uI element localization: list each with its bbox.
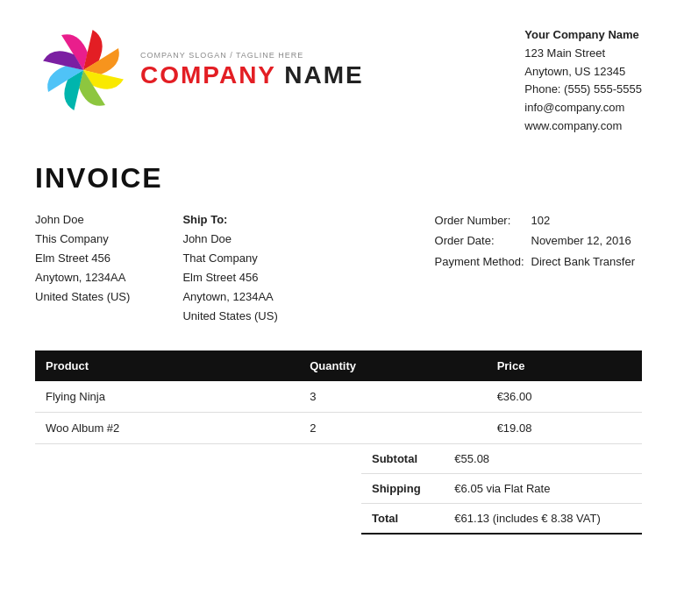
company-name-logo: COMPANY NAME: [140, 61, 364, 89]
order-number-value: 102: [531, 210, 643, 230]
bill-from-block: John Doe This Company Elm Street 456 Any…: [35, 210, 130, 327]
product-name: Woo Album #2: [35, 413, 299, 444]
product-quantity: 2: [299, 413, 486, 444]
product-name: Flying Ninja: [35, 381, 299, 413]
bill-from-street: Elm Street 456: [35, 249, 130, 268]
company-name-red: COMPANY: [140, 61, 276, 89]
invoice-title: INVOICE: [35, 162, 642, 195]
order-number-label: Order Number:: [435, 210, 531, 230]
product-price: €36.00: [487, 381, 642, 413]
shipping-label: Shipping: [361, 474, 444, 504]
totals-section: Subtotal €55.08 Shipping €6.05 via Flat …: [35, 444, 642, 535]
ship-to-label: Ship To:: [182, 210, 277, 230]
product-quantity: 3: [299, 381, 486, 413]
ship-to-company: That Company: [182, 249, 277, 268]
company-name: Your Company Name: [524, 26, 642, 45]
shipping-row: Shipping €6.05 via Flat Rate: [361, 474, 642, 504]
products-table: Product Quantity Price Flying Ninja 3 €3…: [35, 350, 642, 444]
product-price: €19.08: [487, 413, 642, 444]
company-slogan: COMPANY SLOGAN / TAGLINE HERE: [140, 51, 364, 60]
ship-to-city: Anytown, 1234AA: [182, 287, 277, 307]
col-header-product: Product: [35, 350, 299, 381]
order-date-value: November 12, 2016: [531, 230, 643, 251]
shipping-value: €6.05 via Flat Rate: [444, 474, 642, 504]
invoice-header: COMPANY SLOGAN / TAGLINE HERE COMPANY NA…: [35, 26, 642, 136]
subtotal-label: Subtotal: [361, 444, 444, 474]
company-street: 123 Main Street: [524, 45, 642, 63]
billing-left: John Doe This Company Elm Street 456 Any…: [35, 210, 278, 327]
ship-to-name: John Doe: [182, 230, 277, 249]
col-header-price: Price: [487, 350, 642, 381]
col-header-quantity: Quantity: [299, 350, 486, 381]
total-value: €61.13 (includes € 8.38 VAT): [444, 504, 642, 535]
payment-method-value: Direct Bank Transfer: [531, 251, 643, 272]
payment-method-label: Payment Method:: [435, 251, 531, 272]
company-name-black: NAME: [276, 61, 364, 89]
total-label: Total: [361, 504, 444, 535]
table-row: Flying Ninja 3 €36.00: [35, 381, 642, 413]
bill-from-city: Anytown, 1234AA: [35, 268, 130, 287]
subtotal-value: €55.08: [444, 444, 642, 474]
company-logo: [35, 26, 132, 114]
ship-to-country: United States (US): [182, 307, 277, 326]
company-website: www.company.com: [524, 117, 642, 136]
table-row: Woo Album #2 2 €19.08: [35, 413, 642, 444]
billing-section: John Doe This Company Elm Street 456 Any…: [35, 210, 642, 327]
order-info-block: Order Number: 102 Order Date: November 1…: [435, 210, 642, 327]
company-phone: Phone: (555) 555-5555: [524, 81, 642, 99]
logo-text: COMPANY SLOGAN / TAGLINE HERE COMPANY NA…: [140, 51, 364, 89]
subtotal-row: Subtotal €55.08: [361, 444, 642, 474]
totals-table: Subtotal €55.08 Shipping €6.05 via Flat …: [361, 444, 642, 535]
bill-from-name: John Doe: [35, 210, 130, 230]
bill-from-country: United States (US): [35, 287, 130, 307]
ship-to-street: Elm Street 456: [182, 268, 277, 287]
ship-to-block: Ship To: John Doe That Company Elm Stree…: [182, 210, 277, 327]
total-row: Total €61.13 (includes € 8.38 VAT): [361, 504, 642, 535]
company-city: Anytown, US 12345: [524, 63, 642, 81]
company-contact-info: Your Company Name 123 Main Street Anytow…: [524, 26, 642, 136]
order-date-label: Order Date:: [435, 230, 531, 251]
logo-area: COMPANY SLOGAN / TAGLINE HERE COMPANY NA…: [35, 26, 364, 114]
company-email: info@company.com: [524, 99, 642, 117]
bill-from-company: This Company: [35, 230, 130, 249]
